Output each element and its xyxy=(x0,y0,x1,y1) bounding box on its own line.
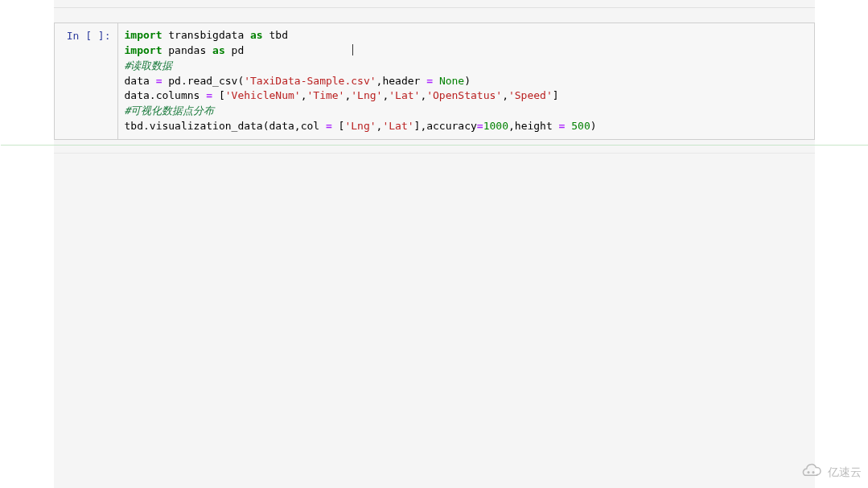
code-token: 'Lat' xyxy=(382,120,413,132)
cloud-icon xyxy=(799,463,823,482)
code-token: = xyxy=(326,120,332,132)
code-token: , xyxy=(502,89,508,101)
code-token: ,height xyxy=(508,120,559,132)
code-token: import xyxy=(125,29,162,41)
code-token: ] xyxy=(553,89,559,101)
code-token: 'Lat' xyxy=(389,89,420,101)
code-token: 'Speed' xyxy=(508,89,553,101)
code-token: 'Time' xyxy=(306,89,344,101)
code-token: as xyxy=(250,29,263,41)
code-token: [ xyxy=(212,89,225,101)
code-token: 'OpenStatus' xyxy=(426,89,502,101)
watermark: 亿速云 xyxy=(799,463,862,482)
code-cell[interactable]: In [ ]: import transbigdata as tbd impor… xyxy=(54,23,815,140)
code-token xyxy=(433,75,439,87)
code-comment: #可视化数据点分布 xyxy=(125,105,215,117)
code-token: pd.read_csv xyxy=(168,75,237,87)
svg-point-0 xyxy=(808,471,810,474)
code-token: = xyxy=(206,89,212,101)
svg-point-1 xyxy=(812,471,815,474)
code-token: ) xyxy=(590,120,597,132)
code-token: = xyxy=(156,75,162,87)
top-bar xyxy=(54,0,815,8)
code-token: [ xyxy=(332,120,345,132)
code-token: = xyxy=(477,120,483,132)
code-token: = xyxy=(426,75,433,87)
code-comment: #读取数据 xyxy=(125,59,173,72)
notebook-container: In [ ]: import transbigdata as tbd impor… xyxy=(54,0,815,488)
code-token: ],accuracy xyxy=(414,120,477,132)
code-token: data.columns xyxy=(125,89,207,101)
code-token: ,header xyxy=(376,75,427,87)
code-token: ) xyxy=(464,75,471,87)
code-token: 'Lng' xyxy=(344,120,376,132)
code-token: 1000 xyxy=(483,120,508,132)
code-token: as xyxy=(212,44,225,56)
code-token: tbd xyxy=(269,29,288,41)
code-editor[interactable]: import transbigdata as tbd import pandas… xyxy=(117,23,814,139)
code-token: tbd.visualization_data xyxy=(125,120,263,132)
text-cursor-icon xyxy=(352,44,353,55)
code-token: 500 xyxy=(571,120,590,132)
output-cell xyxy=(54,153,815,488)
watermark-text: 亿速云 xyxy=(828,465,862,480)
code-token: data xyxy=(125,75,150,87)
code-token: 'TaxiData-Sample.csv' xyxy=(244,75,376,87)
code-token: (data,col xyxy=(263,120,326,132)
code-token: pandas xyxy=(168,44,206,56)
code-token: pd xyxy=(232,44,245,56)
code-token: 'VehicleNum' xyxy=(225,89,301,101)
code-token: None xyxy=(439,75,464,87)
code-token: import xyxy=(125,44,162,56)
code-token: 'Lng' xyxy=(351,89,382,101)
code-token: transbigdata xyxy=(168,29,244,41)
prompt-label: In [ ]: xyxy=(67,30,111,42)
cell-prompt: In [ ]: xyxy=(55,23,117,139)
